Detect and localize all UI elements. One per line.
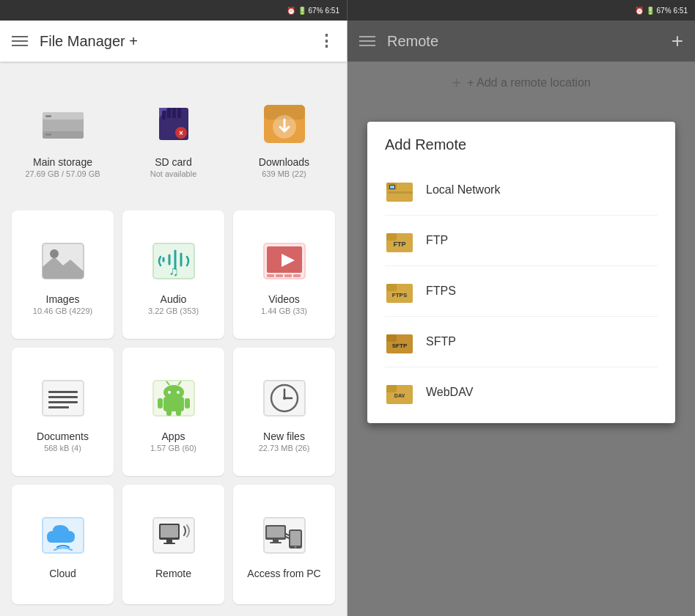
svg-rect-66 [390,186,394,188]
left-panel: File Manager + ⋮ Main storage 27.69 GB /… [0,21,348,616]
webdav-icon: DAV [385,378,414,407]
svg-text:♫: ♫ [169,264,179,279]
add-remote-button[interactable]: + + Add a remote location [452,73,590,92]
dialog-title: Add Remote [367,136,675,165]
svg-rect-71 [386,284,397,291]
add-remote-plus: + [452,73,461,92]
svg-rect-51 [161,525,178,538]
videos-item[interactable]: Videos 1.44 GB (33) [233,210,335,339]
svg-rect-26 [293,274,301,277]
svg-rect-58 [270,542,282,543]
remote-label: Remote [155,568,191,579]
file-grid: Main storage 27.69 GB / 57.09 GB × [0,62,347,616]
dialog-item-sftp[interactable]: SFTP SFTP [367,317,675,367]
app-title: File Manager + [40,33,306,50]
right-menu-icon[interactable] [359,36,375,46]
sftp-icon: SFTP [385,327,414,356]
svg-rect-53 [163,543,175,544]
access-from-pc-icon [258,509,311,562]
cloud-icon [37,509,89,562]
svg-rect-31 [48,406,69,408]
right-plus-icon[interactable]: + [672,29,683,53]
sd-card-sub: Not available [150,169,197,178]
svg-rect-2 [45,115,51,117]
sd-card-label: SD card [155,156,192,168]
svg-rect-36 [166,408,172,416]
svg-rect-8 [167,108,171,118]
dialog-item-local-network[interactable]: Local Network [367,165,675,215]
svg-rect-60 [290,531,301,546]
status-bar: ⏰ 🔋 67% 6:51 ⏰ 🔋 67% 6:51 [0,0,695,21]
right-content: + + Add a remote location Add Remote [348,62,695,616]
right-status-bar: ⏰ 🔋 67% 6:51 [348,0,695,21]
right-toolbar: Remote + [348,21,695,62]
dialog-item-ftp[interactable]: FTP FTP [367,216,675,265]
status-icons-right: ⏰ 🔋 67% 6:51 [635,7,688,15]
new-files-item[interactable]: New files 22.73 MB (26) [233,348,335,476]
svg-rect-4 [45,133,51,136]
videos-sub: 1.44 GB (33) [261,307,307,315]
new-files-label: New files [263,430,305,442]
more-options-icon[interactable]: ⋮ [318,32,335,51]
remote-icon [147,509,200,562]
svg-point-40 [177,391,180,394]
new-files-icon [258,372,311,425]
ftps-label: FTPS [426,285,456,298]
apps-sub: 1.57 GB (60) [150,444,196,452]
svg-point-17 [50,249,59,258]
downloads-item[interactable]: Downloads 639 MB (22) [233,73,335,202]
ftp-icon: FTP [385,226,414,255]
images-item[interactable]: Images 10.46 GB (4229) [12,210,114,339]
sftp-label: SFTP [426,335,456,348]
add-remote-label: + Add a remote location [467,76,591,89]
downloads-sub: 639 MB (22) [262,169,306,178]
images-sub: 10.46 GB (4229) [33,307,92,315]
access-from-pc-item[interactable]: Access from PC [233,485,335,604]
documents-label: Documents [37,430,89,442]
videos-label: Videos [268,293,300,305]
add-remote-dialog: Add Remote Local Network [367,122,675,423]
svg-rect-30 [48,401,78,403]
svg-rect-9 [172,108,176,118]
dialog-item-ftps[interactable]: FTPS FTPS [367,266,675,316]
left-status-bar: ⏰ 🔋 67% 6:51 [0,0,348,21]
svg-rect-35 [185,398,190,408]
documents-sub: 568 kB (4) [44,444,81,452]
svg-rect-7 [162,111,166,120]
main-storage-icon [37,98,89,150]
svg-point-39 [168,391,171,394]
menu-icon[interactable] [12,36,28,46]
ftps-icon: FTPS [385,276,414,306]
dialog-item-webdav[interactable]: DAV WebDAV [367,367,675,417]
svg-point-47 [283,397,286,400]
cloud-label: Cloud [49,568,76,579]
svg-rect-37 [176,408,181,416]
svg-rect-52 [166,540,172,543]
main-storage-label: Main storage [33,156,92,168]
main-storage-sub: 27.69 GB / 57.09 GB [25,169,100,178]
cloud-item[interactable]: Cloud [12,485,114,604]
main-storage-item[interactable]: Main storage 27.69 GB / 57.09 GB [12,73,114,202]
svg-rect-34 [158,398,163,408]
sd-card-item[interactable]: × SD card Not available [122,73,224,202]
local-network-label: Local Network [426,183,500,197]
svg-rect-64 [388,191,413,194]
svg-rect-74 [386,334,397,342]
sd-card-icon: × [147,98,200,150]
documents-item[interactable]: Documents 568 kB (4) [12,348,114,476]
remote-item[interactable]: Remote [122,485,224,604]
svg-point-61 [294,546,296,548]
svg-rect-77 [386,385,397,392]
svg-rect-68 [386,233,397,241]
ftp-label: FTP [426,234,448,247]
status-icons-left: ⏰ 🔋 67% 6:51 [287,7,339,15]
audio-item[interactable]: ♫ Audio 3.22 GB (353) [122,210,224,339]
audio-sub: 3.22 GB (353) [148,307,199,315]
videos-icon [258,235,311,287]
downloads-icon [258,98,311,150]
svg-text:FTPS: FTPS [392,292,408,298]
svg-rect-29 [48,396,78,398]
apps-item[interactable]: Apps 1.57 GB (60) [122,348,224,476]
svg-rect-24 [276,274,283,277]
svg-rect-57 [273,540,279,542]
